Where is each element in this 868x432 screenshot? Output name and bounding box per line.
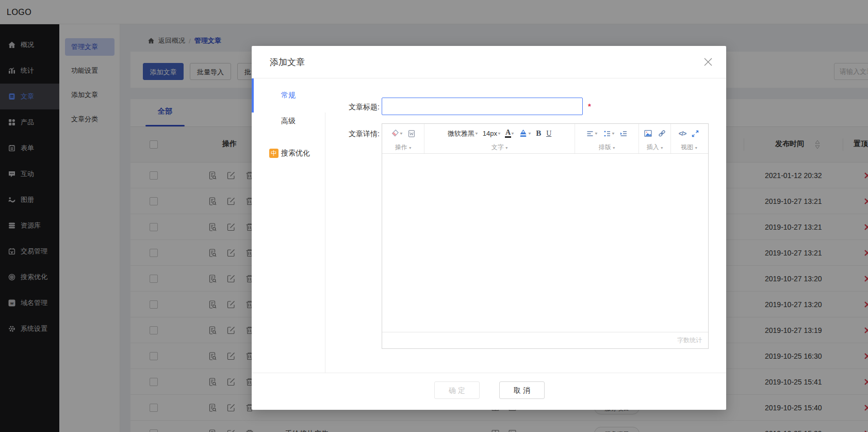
app-root: LOGO 概况 统计 文章 产品 表单 互动 图册 [0, 0, 868, 432]
modal-header: 添加文章 [252, 46, 726, 78]
rich-text-editor: ▾ 操作 ▾ 微软雅黑▾ 14px▾ A▾ [382, 123, 709, 349]
word-import-icon[interactable] [406, 129, 417, 139]
toolbar-group-insert: 插入 ▾ [639, 124, 671, 153]
bold-button[interactable]: B [534, 128, 543, 139]
required-asterisk: * [588, 102, 591, 110]
article-detail-label: 文章详情: [334, 130, 380, 139]
indent-icon[interactable] [618, 129, 629, 139]
modal-tab-general[interactable]: 常规 [252, 78, 326, 113]
toolbar-label-view[interactable]: 视图 ▾ [671, 143, 707, 152]
toolbar-group-text: 微软雅黑▾ 14px▾ A▾ ▾ B U 文字 ▾ [424, 124, 575, 153]
modal-tab-seo[interactable]: 搜索优化 [281, 149, 310, 158]
add-article-modal: 添加文章 常规 高级 中 搜索优化 文章标题: * 文章详情: ▾ [252, 46, 726, 410]
underline-button[interactable]: U [545, 129, 553, 139]
toolbar-group-layout: ▾ ▾ 排版 ▾ [575, 124, 639, 153]
modal-title: 添加文章 [270, 46, 305, 78]
editor-content-area[interactable] [382, 154, 708, 332]
align-icon[interactable]: ▾ [584, 129, 599, 139]
modal-tab-advanced[interactable]: 高级 [281, 117, 296, 126]
cancel-button[interactable]: 取 消 [499, 381, 545, 399]
editor-toolbar: ▾ 操作 ▾ 微软雅黑▾ 14px▾ A▾ [382, 124, 708, 154]
toolbar-label-text[interactable]: 文字 ▾ [424, 143, 575, 152]
modal-tab-strip: 常规 高级 中 搜索优化 [252, 78, 325, 373]
insert-image-icon[interactable] [642, 128, 654, 139]
line-height-icon[interactable]: ▾ [601, 129, 616, 139]
confirm-button[interactable]: 确 定 [434, 381, 480, 399]
source-code-icon[interactable]: </> [677, 129, 687, 138]
eraser-icon[interactable]: ▾ [389, 128, 404, 139]
insert-link-icon[interactable] [656, 128, 668, 139]
word-count: 字数统计 [382, 332, 708, 348]
toolbar-label-layout[interactable]: 排版 ▾ [575, 143, 638, 152]
close-icon[interactable] [703, 57, 713, 67]
modal-footer-divider [252, 373, 726, 373]
fullscreen-icon[interactable] [690, 129, 701, 139]
font-size-select[interactable]: 14px▾ [481, 129, 502, 138]
seo-badge-icon: 中 [269, 149, 279, 158]
highlight-color-icon[interactable]: ▾ [517, 128, 532, 139]
toolbar-label-ops[interactable]: 操作 ▾ [382, 143, 424, 152]
article-title-input[interactable] [382, 98, 583, 115]
toolbar-group-ops: ▾ 操作 ▾ [382, 124, 424, 153]
font-color-icon[interactable]: A▾ [504, 128, 515, 139]
article-title-label: 文章标题: [334, 103, 380, 112]
toolbar-label-insert[interactable]: 插入 ▾ [639, 143, 670, 152]
toolbar-group-view: </> 视图 ▾ [671, 124, 707, 153]
font-family-select[interactable]: 微软雅黑▾ [446, 128, 479, 139]
